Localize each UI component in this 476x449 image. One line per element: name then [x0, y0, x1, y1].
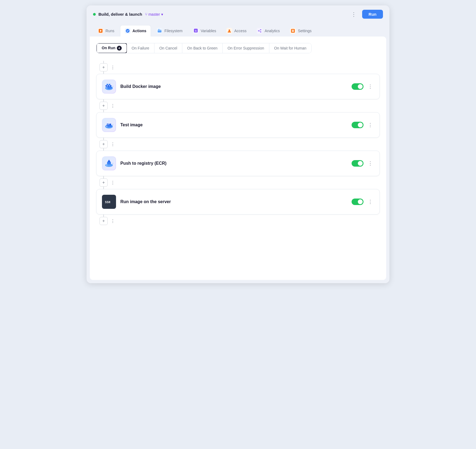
tab-filesystem-label: Filesystem: [164, 29, 183, 33]
action-label-run-server: Run image on the server: [120, 199, 171, 204]
toggle-push-registry[interactable]: [352, 160, 363, 167]
access-icon: [226, 28, 232, 34]
svg-rect-37: [108, 161, 110, 162]
tab-actions-label: Actions: [133, 29, 146, 33]
svg-text:SSH: SSH: [105, 200, 110, 204]
action-card-right-3: ⋮: [352, 159, 374, 167]
branch-selector[interactable]: ⑂ master ▾: [145, 12, 163, 16]
sub-tabs: On Run4 On Failure On Cancel On Back to …: [96, 43, 312, 53]
action-label-build-docker: Build Docker image: [120, 84, 161, 89]
card-more-button-3[interactable]: ⋮: [367, 159, 374, 167]
more-button-2[interactable]: ⋮: [109, 102, 117, 110]
svg-line-12: [259, 31, 260, 32]
tab-access[interactable]: Access: [222, 25, 251, 37]
svg-rect-21: [108, 85, 109, 87]
on-run-badge: 4: [117, 46, 122, 51]
svg-point-9: [260, 29, 261, 30]
subtab-on-wait-for-human[interactable]: On Wait for Human: [269, 43, 311, 53]
card-more-button-4[interactable]: ⋮: [367, 198, 374, 206]
svg-rect-14: [292, 31, 294, 31]
svg-rect-22: [110, 85, 111, 87]
svg-rect-15: [292, 30, 294, 30]
header-more-button[interactable]: ⋮: [349, 10, 359, 19]
more-button-5[interactable]: ⋮: [109, 217, 117, 225]
svg-rect-4: [158, 29, 160, 30]
settings-icon: [290, 28, 296, 34]
tab-analytics-label: Analytics: [265, 29, 280, 33]
svg-rect-16: [292, 31, 294, 32]
add-button-5[interactable]: +: [100, 217, 108, 225]
subtab-on-run[interactable]: On Run4: [96, 43, 127, 53]
add-button-1[interactable]: +: [100, 63, 108, 71]
filesystem-icon: [157, 28, 163, 34]
main-content: On Run4 On Failure On Cancel On Back to …: [90, 37, 386, 280]
connector-row-3: + ⋮: [96, 138, 380, 151]
action-card-right-2: ⋮: [352, 121, 374, 129]
svg-rect-24: [109, 84, 110, 85]
header: Build, deliver & launch ⑂ master ▾ ⋮ Run: [87, 5, 389, 23]
tab-variables[interactable]: S Variables: [188, 25, 221, 37]
action-card-right-4: ⋮: [352, 198, 374, 206]
chevron-down-icon: ▾: [161, 12, 163, 16]
action-card-right-1: ⋮: [352, 82, 374, 91]
actions-icon: [125, 28, 131, 34]
more-button-1[interactable]: ⋮: [109, 63, 117, 71]
connector-row-5: + ⋮: [96, 214, 380, 227]
nav-tabs: Runs Actions Filesystem: [87, 23, 389, 37]
action-card-left-3: Push to registry (ECR): [102, 156, 167, 170]
action-label-test-image: Test image: [120, 123, 143, 127]
tab-runs-label: Runs: [105, 29, 114, 33]
connector-row-4: + ⋮: [96, 176, 380, 189]
action-card-left-4: SSH Run image on the server: [102, 195, 171, 209]
action-icon-ssh: SSH: [102, 195, 116, 209]
tab-variables-label: Variables: [201, 29, 216, 33]
connector-btns-4: + ⋮: [100, 179, 117, 187]
actions-list: + ⋮: [96, 61, 380, 227]
subtab-on-cancel[interactable]: On Cancel: [154, 43, 182, 53]
toggle-test-image[interactable]: [352, 122, 363, 128]
more-button-3[interactable]: ⋮: [109, 140, 117, 148]
action-icon-push: [102, 156, 116, 170]
header-left: Build, deliver & launch ⑂ master ▾: [93, 12, 163, 16]
connector-row-1: + ⋮: [96, 61, 380, 74]
action-card-build-docker: Build Docker image ⋮: [96, 74, 380, 99]
card-more-button-2[interactable]: ⋮: [367, 121, 374, 129]
card-more-button-1[interactable]: ⋮: [367, 82, 374, 91]
toggle-thumb-2: [358, 123, 363, 127]
svg-rect-20: [105, 85, 107, 87]
toggle-build-docker[interactable]: [352, 83, 363, 90]
subtab-on-back-to-green[interactable]: On Back to Green: [182, 43, 223, 53]
more-button-4[interactable]: ⋮: [109, 179, 117, 187]
toggle-thumb-4: [358, 199, 363, 204]
tab-analytics[interactable]: Analytics: [252, 25, 284, 37]
connector-btns-2: + ⋮: [100, 102, 117, 110]
analytics-icon: [257, 28, 263, 34]
tab-settings[interactable]: Settings: [285, 25, 316, 37]
toggle-run-server[interactable]: [352, 199, 363, 205]
svg-line-11: [259, 30, 260, 31]
connector-btns-5: + ⋮: [100, 217, 117, 225]
action-card-push-registry: Push to registry (ECR) ⋮: [96, 151, 380, 176]
app-title: Build, deliver & launch: [98, 12, 142, 16]
svg-point-8: [258, 30, 259, 31]
tab-filesystem[interactable]: Filesystem: [152, 25, 187, 37]
tab-access-label: Access: [234, 29, 246, 33]
toggle-thumb-3: [358, 161, 363, 166]
connector-row-2: + ⋮: [96, 99, 380, 112]
tab-actions[interactable]: Actions: [120, 25, 151, 37]
action-label-push-registry: Push to registry (ECR): [120, 161, 167, 166]
svg-point-32: [107, 126, 107, 127]
add-button-2[interactable]: +: [100, 102, 108, 110]
connector-btns-3: + ⋮: [100, 140, 117, 148]
variables-icon: S: [193, 28, 199, 34]
toggle-thumb-1: [358, 84, 363, 89]
branch-icon: ⑂: [145, 12, 147, 16]
subtab-on-failure[interactable]: On Failure: [127, 43, 154, 53]
run-button[interactable]: Run: [362, 10, 383, 19]
add-button-3[interactable]: +: [100, 140, 108, 148]
add-button-4[interactable]: +: [100, 179, 108, 187]
tab-runs[interactable]: Runs: [93, 25, 119, 37]
svg-rect-23: [107, 84, 108, 85]
subtab-on-error-suppression[interactable]: On Error Suppression: [223, 43, 269, 53]
action-card-test-image: Test image ⋮: [96, 112, 380, 138]
